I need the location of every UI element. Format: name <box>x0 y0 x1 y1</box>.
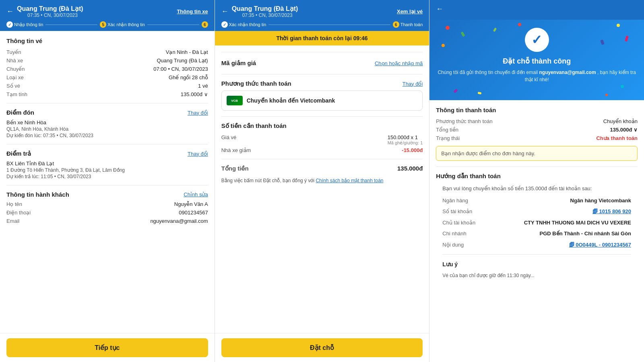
label-email: Email <box>6 218 20 224</box>
ticket-price-row: Giá vé 150.000đ x 1 Mã ghế/giường: 1 <box>221 134 423 146</box>
header-subtitle-panel2: 07:35 • CN, 30/07/2023 <box>242 12 298 18</box>
p3-row-tongtiền: Tổng tiền 135.000đ ∨ <box>436 127 638 133</box>
passenger-edit-link[interactable]: Chỉnh sửa <box>184 191 208 197</box>
back-button-panel3[interactable]: ← <box>436 5 443 13</box>
discount-link[interactable]: Chọn hoặc nhập mã <box>375 60 423 66</box>
payment-method-title: Phương thức thanh toán <box>221 80 291 87</box>
value-tuyen: Vạn Ninh - Đà Lạt <box>166 49 208 55</box>
discount-label: Nhà xe giảm <box>221 147 251 153</box>
payment-info-title: Thông tin thanh toán <box>436 107 638 113</box>
discount-amount-row: Nhà xe giảm -15.000đ <box>221 147 423 153</box>
guide-value-stk[interactable]: 🗐 1015 806 920 <box>483 208 631 216</box>
pickup-name: Bến xe Ninh Hòa <box>6 119 208 125</box>
guide-row-chinhanh: Chi nhánh PGD Bến Thành - Chi nhánh Sài … <box>442 230 631 238</box>
policy-text: Bằng việc bấm nút Đặt chỗ, bạn đồng ý vớ… <box>221 177 423 184</box>
steps-bar-panel1: ✓ Nhập thông tin 5 Xác nhận thông tin 6 <box>6 21 208 28</box>
step-circle-active-1: 5 <box>100 21 106 28</box>
value-tamtinh: 135.000đ ∨ <box>181 91 208 97</box>
p3-value-tongtien: 135.000đ ∨ <box>610 127 638 133</box>
guide-value-noidung[interactable]: 🗐 0O0449L - 0901234567 <box>483 241 631 249</box>
policy-link[interactable]: Chính sách bảo mật thanh toán <box>316 178 383 183</box>
info-row-hoten: Họ tên Nguyễn Văn A <box>6 201 208 207</box>
panel1-body: Thông tin vé Tuyến Vạn Ninh - Đà Lạt Nhà… <box>0 31 215 333</box>
info-row-nhaxe: Nhà xe Quang Trung (Đà Lạt) <box>6 58 208 64</box>
step-next-1: 6 <box>202 21 208 28</box>
info-row-phone: Điện thoại 0901234567 <box>6 210 208 216</box>
vehicle-info-link[interactable]: Thông tin xe <box>177 8 208 14</box>
label-tuyen: Tuyến <box>6 49 21 55</box>
dropoff-change-link[interactable]: Thay đổi <box>188 151 208 157</box>
info-row-tuyen: Tuyến Vạn Ninh - Đà Lạt <box>6 49 208 55</box>
back-button-panel1[interactable]: ← <box>6 7 14 16</box>
seat-code: Mã ghế/giường: 1 <box>388 140 423 146</box>
step-circle-1: ✓ <box>6 21 13 28</box>
step-label-done-2: Xác nhận thông tin <box>229 22 266 27</box>
step-active-2: 6 Thanh toán <box>393 21 423 28</box>
ticket-price-label: Giá vé <box>221 134 237 146</box>
p3-value-phuongthuc: Chuyển khoản <box>603 118 638 124</box>
label-nhaxe: Nhà xe <box>6 58 23 64</box>
amount-section: Giá vé 150.000đ x 1 Mã ghế/giường: 1 Nhà… <box>221 134 423 172</box>
info-row-tamtinh: Tạm tính 135.000đ ∨ <box>6 91 208 97</box>
info-row-loaixe: Loại xe Ghế ngồi 28 chỗ <box>6 74 208 80</box>
step-circle-active-2: 6 <box>393 21 399 28</box>
passenger-section-header: Thông tin hành khách Chỉnh sửa <box>6 191 208 198</box>
p3-row-trangthai: Trạng thái Chưa thanh toán <box>436 135 638 141</box>
steps-bar-panel2: ✓ Xác nhận thông tin 6 Thanh toán <box>221 21 423 28</box>
review-ticket-link[interactable]: Xem lại vé <box>397 8 423 14</box>
vietcombank-icon: VCB <box>227 96 243 105</box>
bottom-panel2: Đặt chỗ <box>215 333 429 362</box>
header-panel3: ← <box>429 0 644 20</box>
value-chuyen: 07:00 • CN, 30/07/2023 <box>153 66 208 72</box>
dat-cho-button[interactable]: Đặt chỗ <box>221 338 423 357</box>
panel2-body: Mã giảm giá Chọn hoặc nhập mã Phương thứ… <box>215 45 429 333</box>
step-label-active-2: Thanh toán <box>400 22 423 27</box>
success-title: Đặt chỗ thành công <box>436 57 638 66</box>
info-row-email: Email nguyenvana@gmail.com <box>6 218 208 224</box>
pickup-change-link[interactable]: Thay đổi <box>188 110 208 116</box>
guide-row-noidung: Nội dung 🗐 0O0449L - 0901234567 <box>442 241 631 249</box>
guide-label-stk: Số tài khoản <box>442 208 483 216</box>
dropoff-address: 1 Đường Tô Hiến Thành, Phường 3, Đà Lạt,… <box>6 167 208 173</box>
continue-button[interactable]: Tiếp tục <box>6 338 208 357</box>
timer-value: 09:46 <box>353 35 368 41</box>
step-done-2: ✓ Xác nhận thông tin <box>221 21 266 28</box>
guide-row-nganhang: Ngân hàng Ngân hàng Vietcombank <box>442 197 631 205</box>
info-row-sove: Số vé 1 vé <box>6 83 208 89</box>
check-mark: ✓ <box>531 32 542 47</box>
discount-title: Mã giảm giá <box>221 60 256 67</box>
guide-row-chutkoan: Chủ tài khoản CTY TNHH THUONG MAI DICH V… <box>442 219 631 227</box>
panel-payment: ← Quang Trung (Đà Lạt) 07:35 • CN, 30/07… <box>215 0 430 362</box>
guide-value-chinhanh: PGD Bến Thành - Chi nhánh Sài Gòn <box>483 230 631 238</box>
value-sove: 1 vé <box>198 83 208 89</box>
guide-label-nganhang: Ngân hàng <box>442 197 483 205</box>
guide-title: Hướng dẫn thanh toán <box>436 173 638 180</box>
success-desc: Chúng tôi đã gửi thông tin chuyến đi đến… <box>436 69 638 83</box>
total-label: Tổng tiền <box>221 165 249 172</box>
panel-confirm-info: ← Quang Trung (Đà Lạt) 07:35 • CN, 30/07… <box>0 0 215 362</box>
label-tamtinh: Tạm tính <box>6 91 27 97</box>
back-button-panel2[interactable]: ← <box>221 7 229 16</box>
value-hoten: Nguyễn Văn A <box>174 201 208 207</box>
value-email: nguyenvana@gmail.com <box>150 218 208 224</box>
dropoff-expected: Dự kiến trả lúc: 11:05 • CN, 30/07/2023 <box>6 174 208 179</box>
value-nhaxe: Quang Trung (Đà Lạt) <box>157 58 208 64</box>
total-value: 135.000đ <box>397 165 423 172</box>
pickup-expected: Dự kiến đón lúc: 07:35 • CN, 30/07/2023 <box>6 133 208 138</box>
step-label-active-1: Xác nhận thông tin <box>107 22 145 27</box>
panel-success: ← ✓ Đặt chỗ thành cô <box>429 0 644 362</box>
guide-value-chutaikhoan: CTY TNHH THUONG MAI DICH VU VEXERE <box>483 219 631 227</box>
step-label-1: Nhập thông tin <box>14 22 43 27</box>
header-title-panel2: Quang Trung (Đà Lạt) <box>232 5 298 12</box>
payment-method-change-link[interactable]: Thay đổi <box>402 81 423 87</box>
step-active-1: 5 Xác nhận thông tin <box>100 21 145 28</box>
value-loaixe: Ghế ngồi 28 chỗ <box>169 74 208 80</box>
guide-label-chinhanh: Chi nhánh <box>442 230 483 238</box>
note-title: Lưu ý <box>442 260 631 269</box>
guide-label-noidung: Nội dung <box>442 241 483 249</box>
pickup-address: QL1A, Ninh Hòa, Khánh Hòa <box>6 126 208 132</box>
amount-title: Số tiền cần thanh toán <box>221 122 423 130</box>
success-email: nguyenvana@gmail.com <box>539 70 596 75</box>
ticket-info-title: Thông tin vé <box>6 37 208 44</box>
label-chuyen: Chuyến <box>6 66 25 72</box>
